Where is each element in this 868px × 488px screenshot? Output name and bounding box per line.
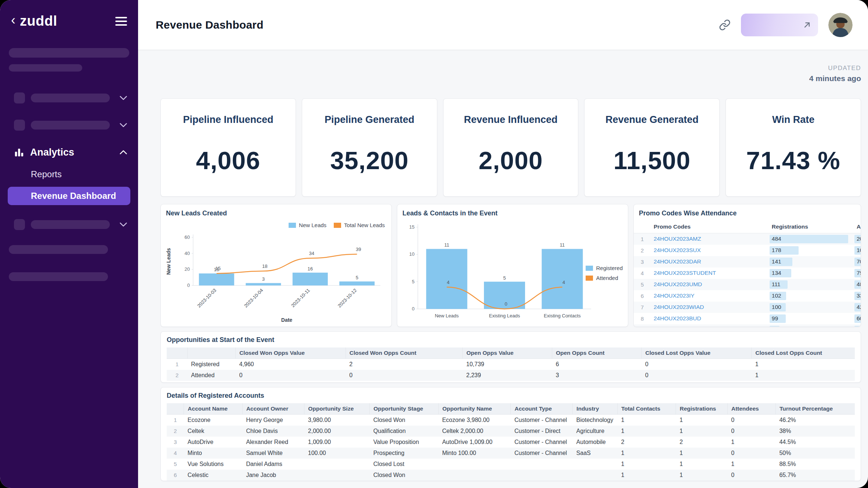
promo-code-link[interactable]: 24HOUX2023STUDENT [654,270,716,276]
attendees-cell: 204 [854,233,861,245]
skeleton-label [31,94,110,102]
column-header[interactable]: Open Opps Count [552,347,641,359]
metric-value: 35,200 [302,146,437,175]
registrations-cell: 178 [769,245,854,256]
sidebar-item-reports[interactable]: Reports [0,168,138,181]
promo-codes-panel: Promo Codes Wise Attendance Promo CodesR… [633,204,861,327]
bar [246,283,281,285]
metric-label: Pipeline Influenced [161,114,296,125]
promo-code-link[interactable]: 24HOUX2023IY [654,292,694,299]
column-header[interactable]: Account Name [184,403,242,415]
bar [426,249,467,309]
trend-line [217,254,357,273]
table-row: 4MintoSamuel White100.00ProspectingMinto… [167,448,855,459]
table-row: 5Vue SolutionsDaniel AdamsClosed Lost111… [167,459,855,470]
sidebar-header: ‹ zuddl [0,0,138,29]
promo-code-link[interactable]: 24HOUX2023WIAD [654,304,704,310]
sidebar-item-loading-1[interactable] [0,91,138,105]
attendees-cell: 48 [854,279,861,290]
sidebar-item-revenue-dashboard[interactable]: Revenue Dashboard [8,187,130,205]
svg-text:2023-10-03: 2023-10-03 [196,288,217,309]
back-chevron-icon[interactable]: ‹ [11,14,15,27]
bar [542,249,583,309]
column-header[interactable]: Industry [573,403,618,415]
column-header[interactable]: Closed Lost Opps Value [641,347,752,359]
app-window: ‹ zuddl Analytics Reports Revenue Dashbo… [0,0,868,488]
avatar-photo [828,13,853,37]
sidebar-item-label: Analytics [30,147,74,158]
column-header[interactable]: Closed Won Opps Value [235,347,346,359]
promo-row: 324HOUX2023DAR14170 [634,256,861,267]
column-header[interactable]: Open Opps Value [463,347,552,359]
promo-row: 524HOUX2023UMD11148 [634,279,861,290]
sidebar-skeleton-bar [9,245,108,254]
chevron-down-icon [120,123,127,127]
column-header[interactable]: Closed Won Opps Count [346,347,463,359]
panel-title: Opportunities at Start of the Event [167,336,855,347]
svg-text:Existing Contacts: Existing Contacts [544,313,581,318]
registrations-cell: 484 [769,233,854,245]
app-logo[interactable]: ‹ zuddl [11,13,57,29]
table-header-row: Closed Won Opps ValueClosed Won Opps Cou… [167,347,855,359]
svg-text:11: 11 [560,242,565,248]
data-table: Account NameAccount OwnerOpportunity Siz… [167,403,855,481]
svg-text:0: 0 [187,283,190,288]
promo-code-link[interactable]: 24HOUX2023DAR [654,258,701,265]
svg-text:0: 0 [412,306,415,312]
column-header [634,221,651,233]
topbar: Revenue Dashboard [138,0,868,50]
column-header[interactable]: Total Contacts [617,403,676,415]
registrations-cell: 102 [769,290,854,302]
column-header[interactable]: Registrations [769,221,854,233]
bar [199,273,234,285]
promo-code-link[interactable]: 24HOUX2023AMZ [654,236,701,242]
column-header[interactable]: Promo Codes [651,221,769,233]
promo-code-link[interactable]: 24HOUX2023UMD [654,281,702,287]
skeleton-icon [14,120,25,131]
attendees-cell: 27 [854,324,861,327]
sidebar-item-loading-2[interactable] [0,118,138,132]
registrations-cell: 141 [769,256,854,267]
column-header[interactable]: Attendees [854,221,861,233]
column-header[interactable]: Attendees [727,403,775,415]
sidebar-item-loading-3[interactable] [0,217,138,232]
column-header[interactable]: Opportunity Stage [370,403,438,415]
metric-card-pipeline-influenced: Pipeline Influenced4,006 [160,98,296,197]
panel-title: New Leads Created [161,204,391,217]
promo-code-link[interactable]: 24HOUX2023BUD [654,315,701,321]
sidebar: ‹ zuddl Analytics Reports Revenue Dashbo… [0,0,138,488]
svg-text:3: 3 [262,276,265,282]
metrics-row: Pipeline Influenced4,006Pipeline Generat… [160,98,861,197]
metric-value: 4,006 [161,146,296,175]
registrations-cell: 100 [769,302,854,313]
menu-toggle-icon[interactable] [115,15,127,28]
svg-text:2023-10-12: 2023-10-12 [337,288,358,309]
loading-action-button[interactable] [741,14,818,36]
sidebar-item-analytics[interactable]: Analytics [0,144,138,160]
svg-text:New Leads: New Leads [435,313,459,318]
skeleton-label [31,220,110,229]
svg-text:Existing Leads: Existing Leads [489,313,520,318]
chevron-down-icon [120,222,127,227]
metric-label: Revenue Generated [585,114,719,125]
copy-link-button[interactable] [719,19,731,31]
sidebar-skeleton-bar [9,48,129,58]
column-header[interactable]: Closed Lost Opps Count [752,347,855,359]
promo-code-link[interactable]: 24HOUX2023SUX [654,247,701,253]
column-header[interactable]: Opportunity Name [438,403,511,415]
column-header[interactable]: Registrations [676,403,728,415]
promo-row: 824HOUX2023BUD9960 [634,313,861,324]
column-header[interactable]: Turnout Percentage [775,403,855,415]
column-header[interactable]: Account Owner [242,403,304,415]
user-avatar[interactable] [828,13,853,37]
svg-text:5: 5 [356,275,358,280]
leads-contacts-chart-panel: Leads & Contacts in the Event Registered… [397,204,628,327]
metric-label: Win Rate [726,114,861,125]
table-header-row: Account NameAccount OwnerOpportunity Siz… [167,403,855,415]
table-row: 3AutoDriveAlexander Reed1,009.00Value Pr… [167,437,855,448]
column-header[interactable]: Account Type [511,403,573,415]
analytics-bars-icon [14,147,24,157]
panel-title: Details of Registered Accounts [167,392,855,403]
attendees-cell: 79 [854,267,861,279]
column-header[interactable]: Opportunity Size [304,403,370,415]
